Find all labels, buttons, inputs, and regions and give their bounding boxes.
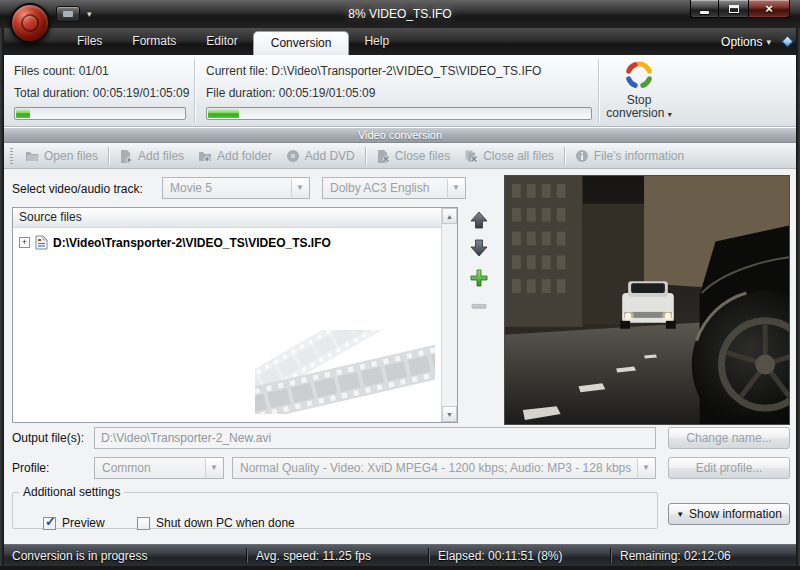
add-folder-button[interactable]: Add folder — [191, 146, 279, 166]
menubar: Files Formats Editor Conversion Help Opt… — [0, 28, 800, 55]
checkbox-box: ✓ — [43, 517, 56, 530]
info-icon — [575, 149, 589, 163]
window-frame-right — [796, 28, 800, 570]
scroll-down-icon[interactable]: ▼ — [442, 406, 457, 422]
conversion-info-panel: Files count: 01/01 Total duration: 00:05… — [4, 55, 796, 127]
app-logo — [10, 3, 50, 43]
close-all-files-icon — [464, 149, 478, 163]
edit-profile-button[interactable]: Edit profile... — [668, 457, 790, 479]
arrow-down-icon — [469, 238, 489, 258]
minimize-button[interactable] — [690, 0, 719, 18]
add-file-button[interactable] — [466, 265, 492, 291]
close-files-button[interactable]: Close files — [369, 146, 457, 166]
checkmark-icon: ✓ — [45, 514, 56, 529]
scroll-up-icon[interactable]: ▲ — [442, 208, 457, 224]
quick-access-dropdown-icon[interactable]: ▾ — [87, 9, 92, 19]
preview-checkbox[interactable]: ✓ Preview — [43, 516, 105, 530]
options-menu[interactable]: Options — [721, 35, 762, 49]
toolbar-separator — [365, 147, 366, 165]
stop-conversion-button[interactable]: Stop conversion ▾ — [604, 60, 674, 122]
chevron-down-icon[interactable]: ▼ — [205, 459, 222, 477]
chevron-down-icon[interactable]: ▼ — [637, 459, 654, 477]
close-file-icon — [376, 149, 390, 163]
toolbar-separator — [564, 147, 565, 165]
video-preview — [504, 175, 790, 425]
preview-checkbox-label: Preview — [62, 516, 105, 530]
chevron-down-icon[interactable]: ▼ — [447, 179, 464, 197]
maximize-icon — [729, 5, 739, 13]
source-list-scrollbar[interactable]: ▲ ▼ — [441, 208, 457, 422]
main-area: Select video/audio track: Movie 5 ▼ Dolb… — [4, 169, 796, 544]
chevron-down-icon[interactable]: ▼ — [291, 179, 308, 197]
minimize-icon — [700, 11, 709, 14]
panel-separator — [598, 59, 599, 122]
window-frame-bottom — [0, 566, 800, 570]
file-information-button[interactable]: File's information — [568, 146, 691, 166]
remove-file-button[interactable] — [466, 293, 492, 319]
plus-icon — [469, 268, 489, 288]
window-frame-left — [0, 28, 4, 570]
stop-conversion-label: Stop conversion — [606, 93, 664, 120]
move-down-button[interactable] — [466, 235, 492, 261]
move-up-button[interactable] — [466, 207, 492, 233]
file-progress-fill — [208, 109, 239, 118]
add-dvd-button[interactable]: Add DVD — [279, 146, 362, 166]
stop-dropdown-icon: ▾ — [668, 110, 672, 119]
close-button[interactable]: × — [748, 0, 790, 18]
app-window: 8% VIDEO_TS.IFO ▾ × Files Formats Editor… — [0, 0, 800, 570]
status-separator — [610, 548, 611, 563]
mode-strip: Video conversion — [4, 127, 796, 143]
source-file-path: D:\Video\Transporter-2\VIDEO_TS\VIDEO_TS… — [53, 236, 331, 250]
navigation-diamond-icon[interactable] — [781, 35, 794, 48]
show-information-button[interactable]: ▼ Show information — [668, 503, 790, 525]
file-toolbar: Open files Add files Add folder Add DVD … — [4, 143, 796, 169]
menu-editor[interactable]: Editor — [191, 28, 252, 55]
change-name-button[interactable]: Change name... — [668, 427, 790, 449]
menu-formats[interactable]: Formats — [117, 28, 191, 55]
ifo-file-icon — [35, 235, 48, 250]
video-track-combobox[interactable]: Movie 5 ▼ — [162, 177, 310, 199]
show-information-label: Show information — [689, 507, 782, 521]
source-file-row[interactable]: + D:\Video\Transporter-2\VIDEO_TS\VIDEO_… — [19, 235, 331, 250]
current-file-text: Current file: D:\Video\Transporter-2\VID… — [206, 64, 541, 78]
status-separator — [428, 548, 429, 563]
quick-access-icon[interactable] — [56, 6, 80, 22]
statusbar: Conversion is in progress Avg. speed: 11… — [4, 544, 796, 566]
titlebar[interactable]: 8% VIDEO_TS.IFO ▾ × — [0, 0, 800, 28]
total-progress-fill — [16, 109, 30, 118]
status-avg-speed: Avg. speed: 11.25 fps — [256, 549, 371, 563]
profile-label: Profile: — [12, 461, 49, 475]
window-controls: × — [690, 0, 790, 18]
status-remaining: Remaining: 02:12:06 — [620, 549, 731, 563]
status-separator — [246, 548, 247, 563]
audio-track-combobox[interactable]: Dolby AC3 English ▼ — [322, 177, 466, 199]
additional-settings-legend: Additional settings — [19, 485, 124, 499]
source-files-panel: Source files + D:\Video\Transporter-2\VI… — [12, 207, 458, 423]
open-folder-icon — [25, 149, 39, 163]
preview-frame — [505, 176, 789, 424]
filmstrip-watermark — [255, 330, 435, 414]
profile-preset-combobox[interactable]: Common ▼ — [94, 457, 224, 479]
add-files-button[interactable]: Add files — [112, 146, 191, 166]
close-all-files-button[interactable]: Close all files — [457, 146, 561, 166]
tab-conversion[interactable]: Conversion — [253, 31, 350, 55]
menu-help[interactable]: Help — [349, 28, 404, 55]
status-elapsed: Elapsed: 00:11:51 (8%) — [438, 549, 563, 563]
file-progress-bar — [206, 107, 592, 120]
options-dropdown-icon[interactable]: ▾ — [766, 37, 771, 47]
checkbox-box — [137, 517, 150, 530]
stop-conversion-icon — [624, 60, 654, 93]
menu-files[interactable]: Files — [62, 28, 117, 55]
expander-plus-icon[interactable]: + — [19, 237, 30, 248]
shutdown-checkbox[interactable]: Shut down PC when done — [137, 516, 295, 530]
profile-quality-combobox[interactable]: Normal Quality - Video: XviD MPEG4 - 120… — [232, 457, 656, 479]
close-icon: × — [765, 2, 773, 15]
maximize-button[interactable] — [719, 0, 748, 18]
add-file-icon — [119, 149, 133, 163]
open-files-button[interactable]: Open files — [18, 146, 105, 166]
track-select-label: Select video/audio track: — [12, 182, 143, 196]
output-path-field[interactable] — [94, 427, 656, 449]
shutdown-checkbox-label: Shut down PC when done — [156, 516, 295, 530]
dvd-disc-icon — [286, 149, 300, 163]
total-progress-bar — [14, 107, 186, 120]
